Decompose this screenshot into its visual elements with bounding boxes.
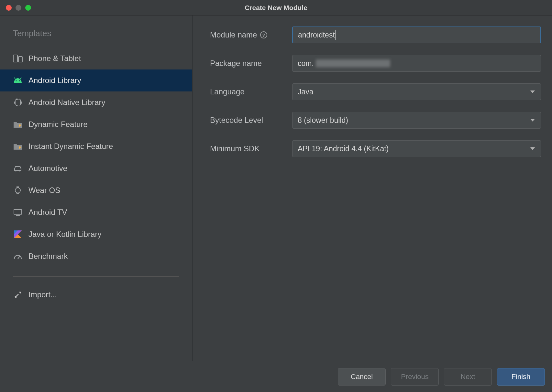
redacted-text (316, 59, 390, 67)
module-name-input[interactable]: androidtest (292, 26, 541, 43)
import-label: Import... (28, 290, 57, 299)
folder-bolt-icon (13, 142, 23, 151)
input-value: androidtest (298, 31, 335, 39)
template-dynamic-feature[interactable]: Dynamic Feature (0, 113, 192, 135)
template-item-label: Dynamic Feature (28, 120, 88, 129)
template-item-label: Automotive (28, 164, 67, 173)
label-package-name: Package name (210, 59, 292, 68)
gauge-icon (13, 252, 23, 260)
folder-bolt-icon (13, 120, 23, 129)
svg-line-26 (18, 256, 20, 259)
template-item-label: Phone & Tablet (28, 54, 81, 63)
language-select[interactable]: Java (292, 83, 541, 100)
row-language: Language Java (210, 83, 541, 100)
kotlin-icon (13, 230, 23, 238)
android-icon (13, 76, 23, 85)
select-value: 8 (slower build) (298, 116, 348, 125)
template-item-label: Android Native Library (28, 98, 105, 107)
label-minimum-sdk: Minimum SDK (210, 144, 292, 153)
zoom-window-icon[interactable] (25, 5, 31, 11)
row-minimum-sdk: Minimum SDK API 19: Android 4.4 (KitKat) (210, 140, 541, 157)
svg-rect-22 (17, 186, 19, 188)
svg-point-21 (15, 188, 20, 193)
svg-rect-1 (18, 57, 22, 62)
svg-line-2 (14, 78, 15, 79)
dialog-window: Create New Module Templates Phone & Tabl… (0, 0, 552, 392)
row-package-name: Package name com. (210, 55, 541, 72)
template-phone-tablet[interactable]: Phone & Tablet (0, 48, 192, 69)
svg-point-4 (16, 80, 17, 81)
template-item-label: Android Library (28, 76, 81, 85)
row-module-name: Module name ? androidtest (210, 26, 541, 43)
svg-point-5 (19, 80, 20, 81)
svg-point-20 (19, 170, 21, 172)
finish-button[interactable]: Finish (497, 368, 545, 386)
chevron-down-icon (530, 147, 535, 150)
window-controls (6, 5, 31, 11)
select-value: API 19: Android 4.4 (KitKat) (298, 144, 389, 153)
next-button[interactable]: Next (444, 368, 492, 386)
import-item[interactable]: Import... (0, 284, 192, 306)
template-android-library[interactable]: Android Library (0, 69, 192, 91)
template-item-label: Java or Kotlin Library (28, 230, 101, 239)
dialog-content: Templates Phone & Tablet (0, 16, 552, 361)
form-panel: Module name ? androidtest Package name c… (193, 16, 552, 361)
dialog-title: Create New Module (245, 4, 307, 12)
label-language: Language (210, 87, 292, 96)
template-item-label: Benchmark (28, 252, 68, 261)
dialog-footer: Cancel Previous Next Finish (0, 361, 552, 392)
car-icon (13, 164, 23, 173)
template-android-native-library[interactable]: Android Native Library (0, 91, 192, 113)
templates-sidebar: Templates Phone & Tablet (0, 16, 193, 361)
chevron-down-icon (530, 90, 535, 93)
previous-button[interactable]: Previous (391, 368, 439, 386)
template-instant-dynamic-feature[interactable]: Instant Dynamic Feature (0, 135, 192, 157)
label-text: Module name (210, 30, 257, 39)
template-item-label: Android TV (28, 208, 67, 217)
label-bytecode-level: Bytecode Level (210, 116, 292, 125)
svg-rect-6 (15, 100, 20, 105)
svg-rect-23 (17, 193, 19, 194)
template-automotive[interactable]: Automotive (0, 157, 192, 179)
minimum-sdk-select[interactable]: API 19: Android 4.4 (KitKat) (292, 140, 541, 157)
minimize-window-icon[interactable] (16, 5, 21, 11)
chip-icon (13, 98, 23, 107)
label-module-name: Module name ? (210, 30, 292, 39)
tv-icon (13, 208, 23, 217)
package-name-input[interactable]: com. (292, 55, 541, 72)
svg-point-19 (15, 170, 17, 172)
sidebar-separator (13, 276, 179, 277)
import-icon (13, 291, 23, 299)
svg-rect-24 (14, 209, 22, 214)
template-benchmark[interactable]: Benchmark (0, 245, 192, 267)
phone-tablet-icon (13, 54, 23, 63)
svg-line-3 (20, 78, 21, 79)
text-cursor (335, 30, 336, 40)
titlebar: Create New Module (0, 0, 552, 16)
input-value-prefix: com. (298, 59, 314, 68)
template-item-label: Instant Dynamic Feature (28, 142, 113, 151)
bytecode-level-select[interactable]: 8 (slower build) (292, 112, 541, 129)
template-item-label: Wear OS (28, 186, 60, 195)
template-android-tv[interactable]: Android TV (0, 201, 192, 223)
select-value: Java (298, 88, 314, 96)
row-bytecode-level: Bytecode Level 8 (slower build) (210, 112, 541, 129)
help-icon[interactable]: ? (260, 31, 267, 38)
svg-rect-0 (13, 55, 17, 62)
template-java-kotlin-library[interactable]: Java or Kotlin Library (0, 223, 192, 245)
template-list: Phone & Tablet Android Library (0, 48, 192, 267)
cancel-button[interactable]: Cancel (338, 368, 386, 386)
sidebar-heading: Templates (0, 26, 192, 48)
template-wear-os[interactable]: Wear OS (0, 179, 192, 201)
chevron-down-icon (530, 119, 535, 122)
close-window-icon[interactable] (6, 5, 12, 11)
watch-icon (13, 186, 23, 195)
